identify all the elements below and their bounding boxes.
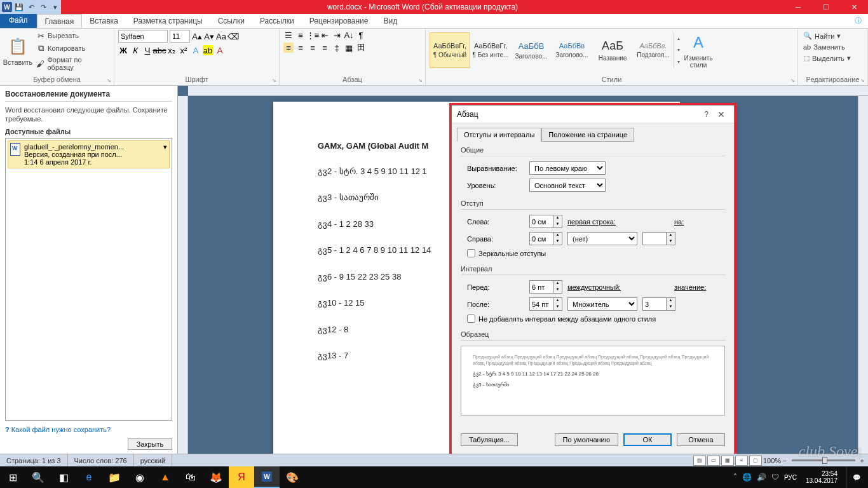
outline-select[interactable]: Основной текст: [529, 179, 606, 192]
vertical-scrollbar[interactable]: [858, 96, 868, 454]
cut-button[interactable]: ✂Вырезать: [34, 30, 110, 41]
undo-icon[interactable]: ↶: [25, 1, 37, 13]
minimize-button[interactable]: ─: [784, 0, 812, 14]
right-indent-spinner[interactable]: ▲▼: [529, 232, 562, 245]
recovery-close-button[interactable]: Закрыть: [128, 438, 172, 450]
increase-indent-icon[interactable]: ⇥: [332, 30, 342, 40]
file-tab[interactable]: Файл: [0, 14, 37, 28]
tab-indents-spacing[interactable]: Отступы и интервалы: [457, 128, 541, 142]
mirror-indents-checkbox[interactable]: Зеркальные отступы: [461, 249, 725, 257]
recovery-help-link[interactable]: Какой файл нужно сохранить?: [5, 421, 172, 438]
close-button[interactable]: ✕: [840, 0, 868, 14]
strike-icon[interactable]: abc: [154, 45, 165, 55]
home-tab[interactable]: Главная: [37, 14, 83, 28]
font-color-icon[interactable]: A: [215, 45, 225, 55]
ribbon-help-icon[interactable]: ⓘ: [848, 14, 868, 28]
subscript-icon[interactable]: x₂: [166, 45, 177, 55]
show-marks-icon[interactable]: ¶: [356, 30, 366, 40]
space-after-spinner[interactable]: ▲▼: [529, 297, 562, 311]
tray-clock[interactable]: 23:54 13.04.2017: [802, 470, 841, 484]
style-subtitle[interactable]: АаБбВв.Подзагол...: [633, 32, 674, 68]
style-heading1[interactable]: АаБбВЗаголово...: [511, 32, 552, 68]
italic-icon[interactable]: К: [130, 45, 140, 55]
dialog-close-icon[interactable]: ✕: [714, 109, 729, 119]
qat-customize-icon[interactable]: ▾: [50, 1, 61, 13]
chrome-icon[interactable]: ◉: [127, 466, 153, 488]
shading-icon[interactable]: ▦: [344, 43, 354, 53]
highlight-icon[interactable]: ab: [203, 45, 213, 55]
tray-volume-icon[interactable]: 🔊: [757, 473, 766, 482]
mailings-tab[interactable]: Рассылки: [252, 14, 302, 28]
space-before-spinner[interactable]: ▲▼: [529, 280, 562, 294]
change-styles-button[interactable]: A Изменить стили: [684, 30, 712, 71]
web-view-icon[interactable]: ▦: [721, 456, 734, 466]
paint-icon[interactable]: 🎨: [280, 466, 305, 488]
tab-line-page-breaks[interactable]: Положение на странице: [541, 128, 634, 142]
text-effects-icon[interactable]: A: [191, 45, 201, 55]
paste-button[interactable]: 📋 Вставить: [4, 30, 32, 71]
superscript-icon[interactable]: x²: [179, 45, 189, 55]
style-heading2[interactable]: АаБбВвЗаголово...: [552, 32, 592, 68]
tray-security-icon[interactable]: 🛡: [771, 473, 779, 482]
recovery-item-dropdown[interactable]: ▾: [163, 143, 167, 166]
cancel-button[interactable]: Отмена: [677, 433, 725, 446]
references-tab[interactable]: Ссылки: [210, 14, 252, 28]
justify-icon[interactable]: ≡: [320, 43, 330, 53]
redo-icon[interactable]: ↷: [37, 1, 49, 13]
font-size-combo[interactable]: [170, 30, 190, 43]
format-painter-button[interactable]: 🖌Формат по образцу: [34, 55, 110, 72]
bullets-icon[interactable]: ☰: [283, 30, 294, 40]
dialog-help-icon[interactable]: ?: [699, 110, 714, 119]
tray-chevron-icon[interactable]: ˄: [733, 473, 737, 482]
start-button[interactable]: ⊞: [0, 466, 25, 488]
decrease-indent-icon[interactable]: ⇤: [320, 30, 330, 40]
select-button[interactable]: ⬚Выделить ▾: [802, 53, 864, 63]
multilevel-icon[interactable]: ⋮≡: [308, 30, 318, 40]
tray-network-icon[interactable]: 🌐: [742, 473, 752, 482]
styles-gallery[interactable]: АаБбВвГг,¶ Обычный АаБбВвГг,¶ Без инте..…: [430, 32, 682, 68]
edge-icon[interactable]: e: [76, 466, 102, 488]
zoom-level[interactable]: 100%: [763, 457, 781, 464]
left-indent-spinner[interactable]: ▲▼: [529, 215, 562, 228]
dont-add-space-checkbox[interactable]: Не добавлять интервал между абзацами одн…: [461, 315, 725, 323]
review-tab[interactable]: Рецензирование: [302, 14, 376, 28]
page-status[interactable]: Страница: 1 из 3: [0, 454, 68, 466]
draft-view-icon[interactable]: ▢: [749, 456, 762, 466]
explorer-icon[interactable]: 📁: [102, 466, 127, 488]
first-line-by-spinner[interactable]: ▲▼: [642, 232, 675, 245]
print-layout-view-icon[interactable]: ▤: [693, 456, 706, 466]
styles-more-icon[interactable]: ▴▾▾: [674, 32, 682, 68]
word-task-icon[interactable]: W: [254, 466, 280, 488]
task-view-icon[interactable]: ◧: [51, 466, 76, 488]
style-title[interactable]: АаБНазвание: [592, 32, 633, 68]
change-case-icon[interactable]: Aa: [216, 31, 226, 41]
outline-view-icon[interactable]: ≡: [735, 456, 748, 466]
style-normal[interactable]: АаБбВвГг,¶ Обычный: [430, 32, 470, 68]
align-center-icon[interactable]: ≡: [295, 43, 306, 53]
insert-tab[interactable]: Вставка: [82, 14, 126, 28]
find-button[interactable]: 🔍Найти ▾: [802, 31, 864, 41]
horizontal-ruler[interactable]: [188, 86, 868, 96]
line-spacing-icon[interactable]: ‡: [332, 43, 342, 53]
language-status[interactable]: русский: [134, 454, 172, 466]
ok-button[interactable]: ОК: [623, 433, 672, 446]
bold-icon[interactable]: Ж: [118, 45, 128, 55]
store-icon[interactable]: 🛍: [178, 466, 203, 488]
reading-view-icon[interactable]: ▭: [707, 456, 720, 466]
recovery-item[interactable]: gladuell_-_perelomny_momen... Версия, со…: [8, 140, 170, 168]
first-line-select[interactable]: (нет): [567, 232, 637, 245]
underline-icon[interactable]: Ч: [142, 45, 153, 55]
layout-tab[interactable]: Разметка страницы: [126, 14, 210, 28]
style-no-spacing[interactable]: АаБбВвГг,¶ Без инте...: [470, 32, 511, 68]
line-spacing-at-spinner[interactable]: ▲▼: [642, 297, 675, 311]
align-right-icon[interactable]: ≡: [308, 43, 318, 53]
notifications-icon[interactable]: 💬: [846, 466, 865, 488]
save-icon[interactable]: 💾: [13, 1, 25, 13]
copy-button[interactable]: ⧉Копировать: [34, 43, 110, 54]
zoom-out-icon[interactable]: −: [782, 457, 786, 464]
numbering-icon[interactable]: ≡: [295, 30, 306, 40]
yandex-icon[interactable]: Я: [229, 466, 254, 488]
firefox-icon[interactable]: 🦊: [203, 466, 229, 488]
recovery-list[interactable]: gladuell_-_perelomny_momen... Версия, со…: [5, 138, 172, 421]
line-spacing-select[interactable]: Множитель: [567, 297, 637, 311]
